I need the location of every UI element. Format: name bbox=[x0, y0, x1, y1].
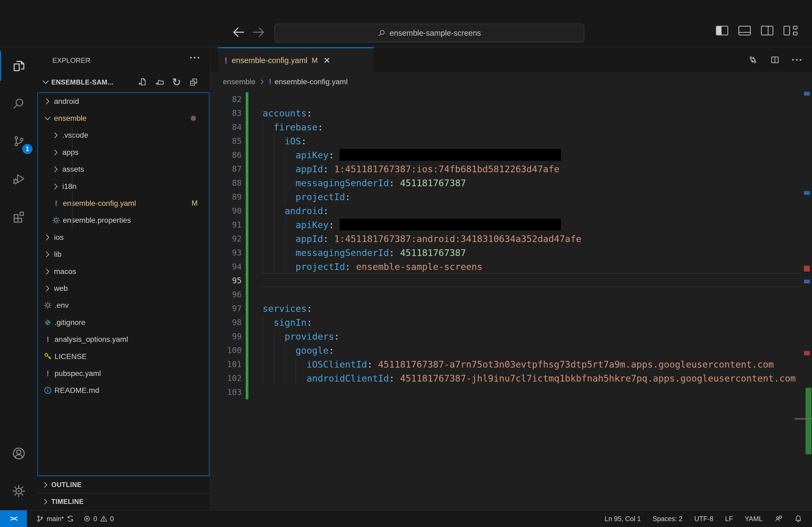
problems-item[interactable]: 0 0 bbox=[83, 515, 114, 523]
status-indentation[interactable]: Spaces: 2 bbox=[653, 515, 683, 523]
code-line-97: 97services: bbox=[211, 302, 812, 316]
layout-controls bbox=[716, 26, 798, 35]
chevron-right-icon bbox=[43, 267, 52, 276]
sync-icon[interactable] bbox=[67, 515, 74, 523]
tree-item-label: .gitignore bbox=[55, 318, 85, 327]
editor-area: ! ensemble-config.yaml M × ensemble ! bbox=[211, 47, 812, 510]
activity-run-debug[interactable] bbox=[0, 160, 37, 197]
tab-ensemble-config[interactable]: ! ensemble-config.yaml M × bbox=[218, 47, 374, 73]
tree-folder-assets[interactable]: assets bbox=[37, 161, 210, 178]
bell-icon[interactable] bbox=[794, 515, 802, 523]
code-line-82: 82 bbox=[211, 92, 812, 106]
line-number: 98 bbox=[211, 316, 242, 330]
tree-item-label: ensemble bbox=[54, 114, 86, 123]
code-line-100: 100 google: bbox=[211, 344, 812, 358]
overview-ruler-blue-mark bbox=[804, 92, 810, 95]
toggle-secondary-sidebar-icon[interactable] bbox=[761, 26, 773, 35]
code-line-101: 101 iOSClientId: 451181767387-a7rn75ot3n… bbox=[211, 358, 812, 371]
close-tab-icon[interactable]: × bbox=[323, 55, 330, 66]
new-file-icon[interactable] bbox=[137, 77, 147, 87]
current-line-highlight bbox=[262, 273, 801, 287]
file-tree: androidensemble.vscodeappsassetsi18n!ens… bbox=[37, 93, 210, 476]
tree-folder-apps[interactable]: apps bbox=[37, 144, 210, 161]
toggle-sidebar-icon[interactable] bbox=[716, 26, 728, 35]
toggle-panel-icon[interactable] bbox=[738, 26, 751, 35]
activity-settings[interactable] bbox=[0, 472, 37, 510]
status-language-mode[interactable]: YAML bbox=[745, 515, 763, 523]
outline-section[interactable]: OUTLINE bbox=[37, 476, 210, 493]
line-number: 94 bbox=[211, 260, 242, 274]
tree-file-analysis-options-yaml[interactable]: !analysis_options.yaml bbox=[37, 331, 210, 348]
workspace-section-header[interactable]: ENSEMBLE-SAM... ↻ bbox=[37, 72, 210, 92]
tree-folder-lib[interactable]: lib bbox=[37, 246, 210, 263]
customize-layout-icon[interactable] bbox=[784, 26, 798, 35]
tree-file--gitignore[interactable]: .gitignore bbox=[37, 314, 210, 331]
git-modified-badge: M bbox=[192, 199, 198, 207]
chevron-right-icon bbox=[42, 498, 50, 506]
chevron-right-icon bbox=[259, 78, 265, 85]
timeline-section[interactable]: TIMELINE bbox=[37, 493, 210, 510]
split-editor-icon[interactable] bbox=[770, 55, 780, 65]
new-folder-icon[interactable] bbox=[155, 77, 164, 87]
overview-ruler-scroll-mark bbox=[795, 418, 812, 420]
tree-file--env[interactable]: .env bbox=[37, 297, 210, 314]
activity-search[interactable] bbox=[0, 85, 37, 122]
chevron-right-icon bbox=[43, 97, 52, 106]
tree-item-label: LICENSE bbox=[55, 352, 87, 361]
status-cursor-position[interactable]: Ln 95, Col 1 bbox=[605, 515, 641, 523]
command-center-search[interactable]: ensemble-sample-screens bbox=[274, 24, 584, 42]
branch-name: main* bbox=[47, 515, 64, 523]
activity-source-control[interactable]: 1 bbox=[0, 122, 37, 160]
tree-folder-ensemble[interactable]: ensemble bbox=[37, 110, 210, 127]
code-line-83: 83accounts: bbox=[211, 106, 812, 120]
editor-more-actions-icon[interactable] bbox=[792, 59, 801, 61]
status-encoding[interactable]: UTF-8 bbox=[694, 515, 713, 523]
code-line-96: 96 bbox=[211, 288, 812, 302]
tree-file-license[interactable]: LICENSE bbox=[37, 348, 210, 365]
modified-dot-badge bbox=[191, 116, 196, 121]
code-line-103: 103 bbox=[211, 385, 812, 399]
tree-folder--vscode[interactable]: .vscode bbox=[37, 127, 210, 144]
tree-file-ensemble-config-yaml[interactable]: !ensemble-config.yamlM bbox=[37, 195, 210, 212]
feedback-icon[interactable] bbox=[774, 515, 782, 523]
status-eol[interactable]: LF bbox=[725, 515, 733, 523]
line-number: 87 bbox=[211, 162, 242, 176]
branch-item[interactable]: main* bbox=[36, 515, 74, 523]
collapse-all-icon[interactable] bbox=[189, 77, 198, 87]
code-line-87: 87 appId: 1:451181767387:ios:74fb681bd58… bbox=[211, 162, 812, 176]
back-icon[interactable] bbox=[231, 25, 246, 40]
line-number: 84 bbox=[211, 120, 242, 134]
tree-file-pubspec-yaml[interactable]: !pubspec.yaml bbox=[37, 365, 210, 382]
extensions-icon bbox=[12, 210, 26, 223]
git-modified-badge: M bbox=[312, 56, 318, 65]
tree-item-label: lib bbox=[54, 250, 61, 259]
breadcrumb-folder[interactable]: ensemble bbox=[223, 77, 255, 86]
tree-folder-web[interactable]: web bbox=[37, 280, 210, 297]
tree-file-readme-md[interactable]: README.md bbox=[37, 382, 210, 399]
tree-folder-ios[interactable]: ios bbox=[37, 229, 210, 246]
yaml-file-icon: ! bbox=[269, 78, 271, 86]
tree-item-label: android bbox=[54, 97, 79, 106]
warning-count: 0 bbox=[110, 515, 114, 523]
files-icon bbox=[12, 59, 26, 73]
tree-item-label: README.md bbox=[55, 386, 99, 395]
tree-folder-macos[interactable]: macos bbox=[37, 263, 210, 280]
open-changes-icon[interactable] bbox=[748, 55, 758, 65]
code-editor[interactable]: 8283accounts:84 firebase:85 iOS:86 apiKe… bbox=[211, 91, 812, 510]
status-bar: >< main* 0 0 Ln 95, Col 1Spaces: 2UTF-8L… bbox=[0, 510, 812, 527]
info-icon bbox=[43, 386, 52, 395]
chevron-right-icon bbox=[52, 165, 60, 174]
tree-folder-i18n[interactable]: i18n bbox=[37, 178, 210, 195]
refresh-icon[interactable]: ↻ bbox=[172, 77, 181, 88]
tree-file-ensemble-properties[interactable]: ensemble.properties bbox=[37, 212, 210, 229]
forward-icon[interactable] bbox=[251, 25, 266, 40]
remote-indicator[interactable]: >< bbox=[0, 510, 27, 527]
activity-accounts[interactable] bbox=[0, 435, 37, 472]
activity-extensions[interactable] bbox=[0, 197, 37, 235]
chevron-down-icon bbox=[43, 114, 52, 123]
tree-folder-android[interactable]: android bbox=[37, 93, 210, 110]
sidebar-more-actions-icon[interactable] bbox=[190, 57, 199, 59]
debug-icon bbox=[12, 172, 26, 185]
activity-explorer[interactable] bbox=[0, 47, 37, 85]
breadcrumb-file[interactable]: ensemble-config.yaml bbox=[274, 77, 347, 86]
